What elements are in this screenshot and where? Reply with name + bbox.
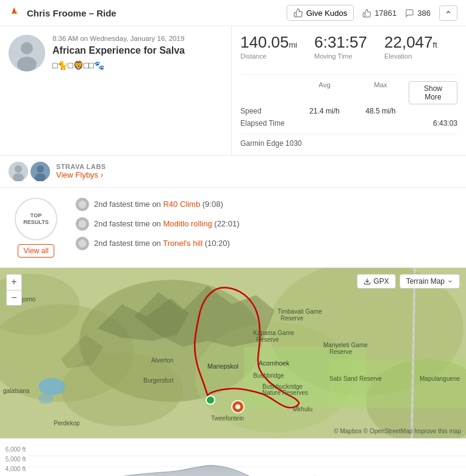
max-header: Max — [353, 81, 409, 104]
speed-max: 48.5 mi/h — [353, 107, 409, 115]
svg-rect-29 — [329, 359, 466, 408]
medal-icon-3 — [76, 237, 89, 250]
svg-text:Mkhulu: Mkhulu — [293, 405, 312, 412]
segment-link-1[interactable]: R40 Climb — [163, 200, 200, 209]
y-label-4000: 4,000 ft — [0, 466, 26, 472]
map-controls: + − — [6, 274, 22, 306]
svg-text:Mariepskol: Mariepskol — [207, 362, 238, 369]
gpx-label: GPX — [373, 277, 389, 286]
flyby-info: STRAVA LABS View Flybys › — [56, 163, 106, 179]
terrain-map: Timbavati Game Reserve Kapama Game Reser… — [0, 268, 466, 438]
activity-stats-panel: 140.05mi Distance 6:31:57 Moving Time 22… — [232, 26, 466, 155]
activity-info: 8:36 AM on Wednesday, January 16, 2019 A… — [0, 26, 466, 156]
view-flybys-link[interactable]: View Flybys › — [56, 170, 103, 179]
segment-link-2[interactable]: Moditlo rolling — [163, 219, 212, 228]
svg-point-36 — [235, 404, 240, 409]
download-icon — [364, 278, 371, 285]
give-kudos-label: Give Kudos — [306, 9, 347, 18]
elapsed-value: 6:43:03 — [433, 119, 457, 128]
strava-logo-icon — [9, 6, 22, 20]
moving-time-label: Moving Time — [314, 52, 367, 60]
result-text-2: 2nd fastest time on Moditlo rolling (22:… — [94, 219, 240, 228]
speed-row: Speed 21.4 mi/h 48.5 mi/h — [240, 107, 457, 115]
badge-text: TOP RESULTS — [23, 212, 48, 226]
give-kudos-button[interactable]: Give Kudos — [287, 5, 354, 21]
svg-point-32 — [38, 378, 65, 395]
svg-text:Tweefontein: Tweefontein — [211, 414, 244, 421]
elapsed-time-row: Elapsed Time 6:43:03 — [240, 119, 457, 128]
svg-text:Timbavati Game: Timbavati Game — [278, 308, 322, 314]
result-text-3: 2nd fastest time on Tronel's hill (10:20… — [94, 239, 230, 248]
speed-label: Speed — [240, 107, 296, 115]
svg-text:Acornhoek: Acornhoek — [259, 359, 290, 366]
gpx-download-button[interactable]: GPX — [357, 274, 395, 289]
kudos-count: 17861 — [375, 9, 396, 18]
flyby-avatar-1 — [9, 162, 28, 181]
map-attribution: © Mapbox © OpenStreetMap Improve this ma… — [334, 428, 461, 435]
stats-table: Avg Max Show More Speed 21.4 mi/h 48.5 m… — [240, 74, 457, 128]
moving-time-value: 6:31:57 — [314, 34, 367, 51]
elevation-section: 6,000 ft 5,000 ft 4,000 ft 3,000 ft 2,00… — [0, 439, 466, 476]
elevation-value: 22,047ft — [384, 34, 437, 51]
result-item-2: 2nd fastest time on Moditlo rolling (22:… — [76, 217, 457, 231]
device-info: Garmin Edge 1030 — [240, 134, 457, 148]
activity-meta: 8:36 AM on Wednesday, January 16, 2019 A… — [52, 35, 223, 71]
svg-point-12 — [79, 201, 86, 208]
comment-count: 386 — [417, 9, 431, 18]
elapsed-label: Elapsed Time — [240, 119, 285, 128]
result-time-1: (9:08) — [203, 200, 223, 209]
flyby-avatar-2 — [30, 162, 50, 181]
svg-text:Reserve: Reserve — [256, 336, 279, 342]
distance-stat: 140.05mi Distance — [240, 34, 297, 60]
svg-text:Perdekop: Perdekop — [54, 419, 80, 426]
distance-label: Distance — [240, 52, 297, 60]
header: Chris Froome – Ride Give Kudos 17861 386 — [0, 0, 466, 26]
activity-name: African Experience for Salva □🐈□🦁□□🐾 — [52, 45, 223, 71]
view-all-button[interactable]: View all — [18, 244, 54, 258]
segment-link-3[interactable]: Tronel's hill — [163, 239, 203, 248]
result-text-1: 2nd fastest time on R40 Climb (9:08) — [94, 200, 223, 209]
header-right: Give Kudos 17861 386 — [287, 5, 457, 21]
top-results-list: 2nd fastest time on R40 Climb (9:08) 2nd… — [76, 198, 457, 258]
svg-point-6 — [15, 165, 22, 173]
svg-text:Reserve: Reserve — [281, 314, 304, 321]
svg-text:Reserve: Reserve — [329, 348, 353, 355]
more-options-button[interactable] — [439, 5, 457, 21]
svg-point-3 — [21, 42, 33, 54]
svg-text:Kapama Game: Kapama Game — [253, 329, 295, 336]
svg-text:Sabi Sand Reserve: Sabi Sand Reserve — [329, 375, 382, 381]
svg-point-16 — [79, 240, 86, 247]
svg-text:Manyeleti Game: Manyeleti Game — [323, 341, 368, 348]
avatar-image — [9, 35, 45, 71]
stats-header-row: Avg Max Show More — [240, 81, 457, 104]
svg-point-4 — [17, 57, 37, 71]
moving-time-stat: 6:31:57 Moving Time — [314, 34, 367, 60]
map-top-right-controls: GPX Terrain Map — [357, 274, 460, 289]
svg-text:Nature Reserves: Nature Reserves — [262, 389, 308, 395]
activity-details-left: 8:36 AM on Wednesday, January 16, 2019 A… — [0, 26, 232, 155]
top-results-section: TOP RESULTS View all 2nd fastest time on… — [0, 188, 466, 268]
svg-text:Mapulanguene: Mapulanguene — [420, 375, 461, 381]
elevation-chart-svg — [28, 445, 466, 476]
svg-text:Alverton: Alverton — [151, 356, 174, 363]
svg-point-9 — [37, 165, 44, 173]
zoom-in-button[interactable]: + — [6, 274, 22, 290]
terrain-label: Terrain Map — [406, 277, 445, 286]
activity-date: 8:36 AM on Wednesday, January 16, 2019 — [52, 35, 223, 42]
stats-top-row: 140.05mi Distance 6:31:57 Moving Time 22… — [240, 34, 457, 66]
chevron-down-icon — [447, 278, 453, 284]
medal-icon-1 — [76, 198, 89, 211]
zoom-out-button[interactable]: − — [6, 290, 22, 306]
comment-count-display: 386 — [405, 9, 431, 18]
athlete-avatar — [9, 35, 45, 71]
terrain-map-button[interactable]: Terrain Map — [400, 274, 460, 289]
svg-point-14 — [79, 220, 86, 228]
show-more-button[interactable]: Show More — [409, 81, 457, 104]
svg-text:Burgersfort: Burgersfort — [143, 377, 174, 383]
chevron-up-icon — [445, 9, 452, 16]
svg-point-34 — [206, 395, 215, 404]
thumbs-up-icon — [293, 8, 303, 18]
activity-emoji-icons: □🐈□🦁□□🐾 — [52, 60, 104, 71]
result-item-3: 2nd fastest time on Tronel's hill (10:20… — [76, 237, 457, 250]
medal-icon-2 — [76, 217, 89, 231]
